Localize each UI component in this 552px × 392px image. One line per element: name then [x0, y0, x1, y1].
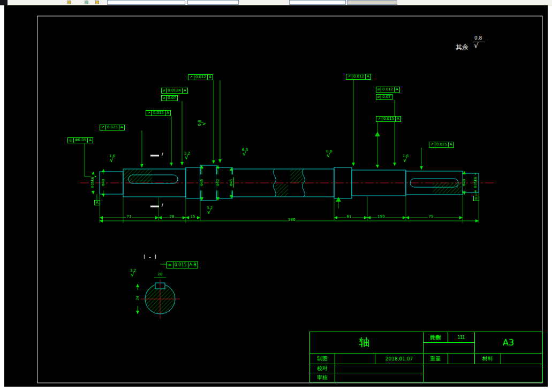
layer-state-icon[interactable] — [85, 1, 88, 4]
roughness-mark: 3.2 √ — [184, 152, 190, 160]
roughness-check-icon: √ — [403, 157, 407, 163]
material-value-cell — [501, 353, 542, 364]
gdt-frame-symmetry: ≡0.015A-B — [167, 262, 198, 268]
roughness-mark: 0.8 √ — [198, 120, 207, 126]
diameter-text: Φ40 — [463, 174, 466, 190]
audit-label: 审核 — [309, 373, 335, 382]
date-value: 2018.01.07 — [375, 353, 424, 364]
gdt-datum: A — [87, 138, 93, 143]
roughness-mark: 1.6 √ — [109, 155, 115, 163]
bottom-right-cell — [423, 364, 542, 382]
roughness-mark: 3.2 √ — [130, 269, 136, 278]
section-view-title: I - I — [143, 254, 157, 260]
gdt-datum: A — [165, 111, 170, 116]
diameter-text: Φ35k6 — [91, 174, 95, 190]
gdt-symbol-icon: ≡ — [167, 262, 173, 268]
gdt-frame-runout: ↗0.012A — [346, 74, 371, 80]
make-layer-current-icon[interactable] — [95, 1, 99, 4]
drawn-label: 制图 — [309, 353, 335, 364]
gdt-symbol-icon: ↗ — [188, 75, 194, 80]
gdt-symbol-icon: ⌀ — [376, 95, 381, 99]
diameter-text: Φ45 — [230, 174, 233, 190]
gdt-value: 0.015 — [382, 117, 395, 121]
gdt-frame-cylindricity: ⌀0.012AA — [161, 88, 188, 94]
gdt-symbol-icon: ↗ — [146, 111, 152, 116]
gdt-frame-runout: ↗0.012A — [188, 74, 213, 80]
linetype-combo[interactable] — [289, 0, 346, 5]
roughness-check-icon: √ — [207, 209, 211, 215]
weight-value-cell — [448, 353, 475, 364]
gdt-datum: A — [448, 142, 453, 147]
gdt-value: 0.012 — [194, 75, 207, 80]
gdt-symbol-icon: ⌀ — [162, 88, 166, 93]
dimension-text: 28 — [169, 215, 175, 219]
roughness-check-icon: √ — [327, 152, 330, 158]
gdt-value: 0.012 — [352, 74, 365, 79]
gdt-value: 0.012 — [381, 87, 394, 92]
part-name: 轴 — [309, 332, 424, 353]
gdt-datum: A — [395, 117, 400, 121]
section-keyway-width: 10 — [157, 273, 163, 276]
lineweight-combo[interactable] — [347, 0, 397, 5]
audit-value-cell — [335, 373, 424, 382]
diameter-text: Φ45 — [200, 174, 204, 190]
color-combo[interactable] — [187, 0, 239, 5]
gdt-value: Φ0.05 — [73, 138, 87, 143]
diameter-text: Φ35k6 — [474, 174, 478, 190]
toolbar — [0, 0, 552, 5]
gdt-frame-cylindricity: ⌀0.07 — [376, 94, 392, 100]
gdt-frame-runout: ↗0.025A — [429, 142, 454, 148]
check-value-cell — [335, 364, 424, 373]
dimension-text: 15 — [190, 215, 196, 219]
weight-label: 重量 — [423, 353, 448, 364]
gdt-symbol-icon: ↗ — [346, 74, 352, 79]
section-height-dim: 24 — [136, 290, 140, 306]
layer-properties-icon[interactable] — [67, 1, 71, 4]
roughness-mark: 1.6 √ — [403, 155, 409, 163]
gdt-frame-cylindricity: ⌀0.07 — [161, 95, 178, 101]
gdt-datum: A — [119, 125, 124, 130]
gdt-datum: A — [365, 74, 370, 79]
gdt-value: 0.012A — [166, 88, 182, 93]
qty-value: 1 — [448, 332, 475, 343]
drawn-by-cell — [335, 353, 375, 364]
diameter-text: Φ40 — [102, 174, 105, 190]
roughness-mark: 6.3 √ — [242, 148, 248, 157]
material-label: 材料 — [474, 353, 501, 364]
roughness-mark: 0.8 √ — [326, 150, 332, 158]
layer-combo[interactable] — [107, 0, 185, 5]
check-label: 校对 — [309, 364, 335, 373]
dimension-text: 71 — [126, 215, 132, 219]
general-roughness-mark: 0.8 √ — [473, 36, 485, 49]
general-roughness-label: 其余 — [456, 43, 468, 52]
gdt-symbol-icon: ↗ — [100, 125, 105, 130]
gdt-symbol-icon: ↗ — [429, 142, 435, 147]
gdt-value: 0.07 — [166, 96, 177, 101]
datum-label-b: B — [473, 196, 479, 201]
gdt-frame-runout: ↗0.025A — [100, 125, 125, 130]
gdt-symbol-icon: ⌀ — [376, 87, 381, 92]
gdt-value: 0.07 — [381, 95, 392, 99]
gdt-value: 0.015 — [152, 111, 165, 116]
dimension-text: 580 — [288, 218, 296, 222]
gdt-datum: A — [207, 75, 213, 80]
title-block: 轴 比例 1:1 件数 1 A3 制图 2018.01.07 重量 材料 校对 … — [309, 332, 542, 382]
section-cut-label: I — [161, 152, 163, 157]
gdt-frame-runout: ↗0.015A — [376, 116, 401, 122]
qty-label: 件数 — [423, 332, 448, 343]
roughness-mark: 3.2 √ — [207, 206, 213, 215]
gdt-datum: A-B — [188, 262, 198, 268]
gdt-value: 0.025 — [435, 142, 448, 147]
roughness-check-icon: √ — [110, 157, 114, 163]
gdt-symbol-icon: ⌀ — [162, 96, 166, 101]
roughness-check-icon: √ — [201, 122, 207, 126]
gdt-value: 0.015 — [173, 262, 188, 268]
sheet-size: A3 — [474, 332, 542, 353]
gdt-value: 0.025 — [105, 125, 119, 130]
gdt-frame-concentricity: ◎Φ0.05A — [67, 137, 93, 143]
app-menu-stub — [0, 0, 7, 5]
section-cut-label: I — [161, 203, 163, 208]
diameter-text: Φ52 — [216, 174, 220, 190]
roughness-check-icon: √ — [131, 272, 134, 278]
gdt-symbol-icon: ↗ — [376, 117, 382, 121]
